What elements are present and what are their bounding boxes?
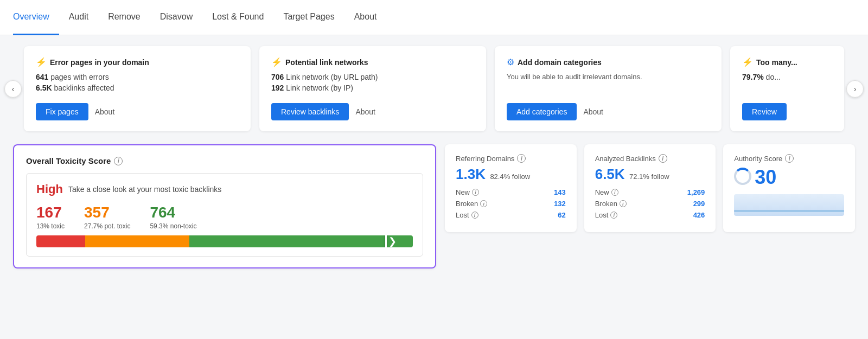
tox-value-orange: 357 — [84, 204, 130, 221]
lost-info-icon[interactable]: i — [471, 212, 478, 219]
card-desc-domain: You will be able to audit irrelevant dom… — [507, 73, 710, 81]
tox-item-orange: 357 27.7% pot. toxic — [84, 204, 130, 230]
nav-label-lost-found: Lost & Found — [212, 12, 264, 22]
stat-card-backlinks: Analyzed Backlinks i 6.5K 72.1% follow N… — [584, 144, 716, 232]
backlinks-info-icon[interactable]: i — [659, 154, 667, 163]
authority-main: 30 — [734, 166, 844, 189]
nav-item-disavow[interactable]: Disavow — [150, 0, 202, 35]
backlinks-title-text: Analyzed Backlinks — [595, 155, 656, 163]
backlinks-follow: 72.1% follow — [629, 172, 669, 181]
flash-icon-2: ⚡ — [271, 57, 282, 67]
about-button-error[interactable]: About — [95, 107, 115, 116]
bar-arrow-icon: ❯ — [388, 235, 397, 247]
referring-label-new: New i — [456, 188, 479, 196]
carousel-left-button[interactable]: ‹ — [4, 80, 22, 98]
toxicity-level-desc: Take a close look at your most toxic bac… — [68, 185, 221, 194]
bar-segment-green — [189, 235, 413, 247]
stat-value-pct: 79.7% — [742, 73, 764, 81]
backlinks-value: 6.5K — [595, 166, 625, 182]
nav-item-overview[interactable]: Overview — [13, 0, 59, 35]
backlinks-title: Analyzed Backlinks i — [595, 154, 705, 163]
referring-label-lost: Lost i — [456, 211, 478, 219]
bar-segment-orange — [85, 235, 189, 247]
tox-label-red: 13% toxic — [36, 222, 65, 230]
toxicity-title-text: Overall Toxicity Score — [26, 156, 111, 165]
nav-item-about[interactable]: About — [344, 0, 387, 35]
review-button[interactable]: Review — [742, 103, 787, 120]
nav-label-overview: Overview — [13, 12, 49, 22]
backlinks-lost-text: Lost — [595, 211, 609, 219]
backlinks-row-new: New i 1,269 — [595, 188, 705, 196]
card-title-too-many: Too many... — [756, 58, 797, 67]
carousel-right-button[interactable]: › — [846, 80, 864, 98]
toxicity-info-icon[interactable]: i — [114, 157, 123, 165]
bl-lost-info-icon[interactable]: i — [610, 212, 617, 219]
new-info-icon[interactable]: i — [472, 189, 479, 196]
nav-label-disavow: Disavow — [160, 12, 193, 22]
stat-value-641: 641 — [36, 73, 48, 81]
stat-card-authority: Authority Score i 30 — [723, 144, 855, 232]
card-actions-too-many: Review — [742, 103, 832, 120]
authority-circle-icon — [734, 168, 751, 185]
broken-info-icon[interactable]: i — [480, 200, 487, 207]
card-header-link: ⚡ Potential link networks — [271, 57, 474, 67]
stat-value-706: 706 — [271, 73, 284, 81]
card-actions-error: Fix pages About — [36, 103, 239, 120]
card-stat-192: 192 Link network (by IP) — [271, 84, 474, 92]
card-title-domain: Add domain categories — [518, 58, 602, 67]
referring-title: Referring Domains i — [456, 154, 566, 163]
stat-value-192: 192 — [271, 84, 284, 92]
card-domain-categories: ⚙ Add domain categories You will be able… — [495, 46, 722, 131]
card-stat-1: 641 pages with errors — [36, 73, 239, 81]
fix-pages-button[interactable]: Fix pages — [36, 103, 88, 120]
card-title-error: Error pages in your domain — [50, 58, 149, 67]
referring-info-icon[interactable]: i — [517, 154, 526, 163]
toxicity-level-high: High — [36, 182, 63, 196]
stat-label-do: do... — [766, 73, 781, 81]
tox-value-red: 167 — [36, 204, 65, 221]
backlinks-label-lost: Lost i — [595, 211, 618, 219]
flash-icon-3: ⚡ — [742, 57, 753, 67]
bl-new-info-icon[interactable]: i — [611, 189, 618, 196]
stat-value-65k: 6.5K — [36, 84, 52, 92]
referring-broken-text: Broken — [456, 200, 478, 208]
bl-broken-info-icon[interactable]: i — [620, 200, 627, 207]
stat-label-ip: Link network (by IP) — [286, 84, 353, 92]
nav-item-target-pages[interactable]: Target Pages — [273, 0, 344, 35]
referring-follow: 82.4% follow — [490, 172, 530, 181]
card-title-link: Potential link networks — [285, 58, 368, 67]
card-actions-domain: Add categories About — [507, 103, 710, 120]
referring-row-broken: Broken i 132 — [456, 200, 566, 208]
stat-card-referring: Referring Domains i 1.3K 82.4% follow Ne… — [445, 144, 577, 232]
referring-row-lost: Lost i 62 — [456, 211, 566, 219]
bar-cursor — [385, 235, 387, 247]
toxicity-numbers: 167 13% toxic 357 27.7% pot. toxic 764 5… — [36, 204, 413, 230]
nav-label-about: About — [354, 12, 377, 22]
backlinks-new-value: 1,269 — [687, 188, 705, 196]
main-content: ‹ ⚡ Error pages in your domain 641 pages… — [0, 35, 868, 279]
backlinks-main: 6.5K 72.1% follow — [595, 166, 705, 183]
referring-rows: New i 143 Broken i 132 L — [456, 188, 566, 219]
card-stat-2: 6.5K backlinks affected — [36, 84, 239, 92]
referring-new-value: 143 — [554, 188, 566, 196]
backlinks-new-text: New — [595, 188, 609, 196]
authority-title-text: Authority Score — [734, 155, 782, 163]
backlinks-label-new: New i — [595, 188, 618, 196]
nav-item-remove[interactable]: Remove — [98, 0, 150, 35]
authority-info-icon[interactable]: i — [785, 154, 794, 163]
toxicity-bar: ❯ — [36, 235, 413, 247]
referring-lost-value: 62 — [558, 211, 565, 219]
referring-lost-text: Lost — [456, 211, 469, 219]
about-button-domain[interactable]: About — [583, 107, 603, 116]
add-categories-button[interactable]: Add categories — [507, 103, 577, 120]
nav-item-lost-found[interactable]: Lost & Found — [202, 0, 273, 35]
tox-value-green: 764 — [150, 204, 196, 221]
review-backlinks-button[interactable]: Review backlinks — [271, 103, 349, 120]
about-button-link[interactable]: About — [355, 107, 375, 116]
card-stat-706: 706 Link network (by URL path) — [271, 73, 474, 81]
cards-carousel: ‹ ⚡ Error pages in your domain 641 pages… — [13, 46, 855, 131]
nav-item-audit[interactable]: Audit — [59, 0, 98, 35]
referring-value: 1.3K — [456, 166, 486, 182]
nav-label-remove: Remove — [108, 12, 141, 22]
toxicity-title: Overall Toxicity Score i — [26, 156, 423, 165]
